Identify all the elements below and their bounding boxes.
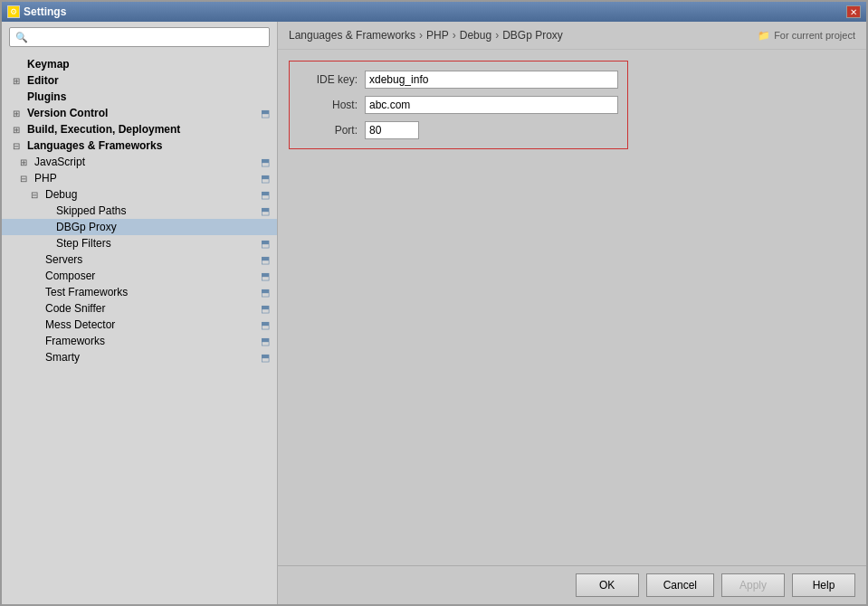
sidebar-label-code-sniffer: Code Sniffer xyxy=(45,302,257,315)
sidebar-item-code-sniffer[interactable]: Code Sniffer⬒ xyxy=(2,300,277,317)
expand-icon-javascript[interactable]: ⊞ xyxy=(20,157,31,167)
sidebar-item-skipped-paths[interactable]: Skipped Paths⬒ xyxy=(2,203,277,219)
sidebar-item-keymap[interactable]: Keymap xyxy=(2,56,277,72)
ide-key-input[interactable] xyxy=(365,71,618,89)
sidebar-label-frameworks: Frameworks xyxy=(45,335,257,347)
sidebar-label-debug: Debug xyxy=(45,188,257,201)
sidebar-label-keymap: Keymap xyxy=(27,58,270,71)
expand-icon-version-control[interactable]: ⊞ xyxy=(13,109,24,118)
ext-icon-javascript: ⬒ xyxy=(261,156,270,168)
nav-items: Keymap⊞EditorPlugins⊞Version Control⬒⊞Bu… xyxy=(2,52,277,369)
sidebar-item-debug[interactable]: ⊟Debug⬒ xyxy=(2,186,277,203)
sidebar-item-version-control[interactable]: ⊞Version Control⬒ xyxy=(2,105,277,121)
sidebar-item-build-execution[interactable]: ⊞Build, Execution, Deployment xyxy=(2,121,277,137)
sidebar-item-plugins[interactable]: Plugins xyxy=(2,89,277,105)
breadcrumb-part-3: Debug xyxy=(460,29,491,42)
sidebar-label-smarty: Smarty xyxy=(45,351,257,364)
cancel-button[interactable]: Cancel xyxy=(646,573,714,597)
port-row: Port: xyxy=(299,121,618,139)
sidebar-item-step-filters[interactable]: Step Filters⬒ xyxy=(2,235,277,251)
breadcrumb: Languages & Frameworks › PHP › Debug › D… xyxy=(289,29,563,42)
settings-window: ⚙ Settings ✕ 🔍 Keymap⊞EditorPlugins⊞Vers… xyxy=(0,0,868,606)
search-box[interactable]: 🔍 xyxy=(9,27,270,47)
sidebar-label-test-frameworks: Test Frameworks xyxy=(45,286,257,298)
window-title: Settings xyxy=(24,5,66,18)
settings-icon: ⚙ xyxy=(7,5,20,18)
ide-key-label: IDE key: xyxy=(299,73,358,86)
title-bar-left: ⚙ Settings xyxy=(7,5,66,18)
ext-icon-version-control: ⬒ xyxy=(261,108,270,119)
sidebar-label-step-filters: Step Filters xyxy=(56,237,257,250)
breadcrumb-arrow-2: › xyxy=(453,29,456,42)
sidebar-label-javascript: JavaScript xyxy=(34,156,257,168)
sidebar: 🔍 Keymap⊞EditorPlugins⊞Version Control⬒⊞… xyxy=(2,22,278,604)
apply-button[interactable]: Apply xyxy=(721,573,785,597)
bottom-bar: OK Cancel Apply Help xyxy=(278,565,866,604)
ext-icon-step-filters: ⬒ xyxy=(261,238,270,250)
ext-icon-mess-detector: ⬒ xyxy=(261,319,270,331)
search-input[interactable] xyxy=(32,31,263,43)
ext-icon-smarty: ⬒ xyxy=(261,352,270,364)
sidebar-item-php[interactable]: ⊟PHP⬒ xyxy=(2,170,277,186)
help-button[interactable]: Help xyxy=(792,573,855,597)
sidebar-item-smarty[interactable]: Smarty⬒ xyxy=(2,349,277,365)
ext-icon-servers: ⬒ xyxy=(261,254,270,266)
ext-icon-test-frameworks: ⬒ xyxy=(261,287,270,298)
ok-button[interactable]: OK xyxy=(576,573,639,597)
form-area: IDE key: Host: Port: xyxy=(278,50,866,565)
sidebar-label-composer: Composer xyxy=(45,270,257,282)
ext-icon-code-sniffer: ⬒ xyxy=(261,303,270,315)
sidebar-label-servers: Servers xyxy=(45,253,257,266)
title-bar: ⚙ Settings ✕ xyxy=(2,2,866,22)
for-current-project: 📁 For current project xyxy=(758,30,855,42)
expand-icon-build-execution[interactable]: ⊞ xyxy=(13,125,24,135)
sidebar-item-languages-frameworks[interactable]: ⊟Languages & Frameworks xyxy=(2,137,277,154)
search-icon: 🔍 xyxy=(15,32,28,43)
sidebar-item-composer[interactable]: Composer⬒ xyxy=(2,268,277,284)
sidebar-item-frameworks[interactable]: Frameworks⬒ xyxy=(2,333,277,349)
host-row: Host: xyxy=(299,96,618,114)
form-border-box: IDE key: Host: Port: xyxy=(289,61,628,149)
ext-icon-php: ⬒ xyxy=(261,173,270,185)
close-button[interactable]: ✕ xyxy=(846,5,861,18)
breadcrumb-arrow-1: › xyxy=(419,29,423,42)
breadcrumb-part-1: Languages & Frameworks xyxy=(289,29,415,42)
breadcrumb-arrow-3: › xyxy=(495,29,499,42)
sidebar-item-editor[interactable]: ⊞Editor xyxy=(2,72,277,89)
expand-icon-editor[interactable]: ⊞ xyxy=(13,76,24,86)
ext-icon-debug: ⬒ xyxy=(261,189,270,201)
expand-icon-php[interactable]: ⊟ xyxy=(20,174,31,184)
sidebar-label-editor: Editor xyxy=(27,74,270,87)
host-input[interactable] xyxy=(365,96,618,114)
port-label: Port: xyxy=(299,124,358,137)
breadcrumb-part-2: PHP xyxy=(426,29,449,42)
ext-icon-frameworks: ⬒ xyxy=(261,336,270,347)
sidebar-label-dbgp-proxy: DBGp Proxy xyxy=(56,221,270,233)
sidebar-item-mess-detector[interactable]: Mess Detector⬒ xyxy=(2,317,277,333)
expand-icon-languages-frameworks[interactable]: ⊟ xyxy=(13,141,24,151)
breadcrumb-part-4: DBGp Proxy xyxy=(502,29,563,42)
folder-icon: 📁 xyxy=(758,30,770,42)
ext-icon-composer: ⬒ xyxy=(261,270,270,282)
sidebar-label-version-control: Version Control xyxy=(27,107,257,119)
ide-key-row: IDE key: xyxy=(299,71,618,89)
expand-icon-debug[interactable]: ⊟ xyxy=(31,190,42,200)
sidebar-item-javascript[interactable]: ⊞JavaScript⬒ xyxy=(2,154,277,170)
sidebar-label-mess-detector: Mess Detector xyxy=(45,318,257,331)
sidebar-item-servers[interactable]: Servers⬒ xyxy=(2,251,277,268)
sidebar-item-dbgp-proxy[interactable]: DBGp Proxy xyxy=(2,219,277,235)
breadcrumb-bar: Languages & Frameworks › PHP › Debug › D… xyxy=(278,22,866,50)
sidebar-label-plugins: Plugins xyxy=(27,90,270,103)
host-label: Host: xyxy=(299,99,358,111)
port-input[interactable] xyxy=(365,121,419,139)
sidebar-item-test-frameworks[interactable]: Test Frameworks⬒ xyxy=(2,284,277,300)
sidebar-label-skipped-paths: Skipped Paths xyxy=(56,204,257,217)
main-panel: Languages & Frameworks › PHP › Debug › D… xyxy=(278,22,866,604)
for-current-project-label: For current project xyxy=(774,30,855,41)
content-area: 🔍 Keymap⊞EditorPlugins⊞Version Control⬒⊞… xyxy=(2,22,866,604)
ext-icon-skipped-paths: ⬒ xyxy=(261,205,270,217)
sidebar-label-build-execution: Build, Execution, Deployment xyxy=(27,123,270,136)
sidebar-label-languages-frameworks: Languages & Frameworks xyxy=(27,139,270,152)
sidebar-label-php: PHP xyxy=(34,172,257,185)
